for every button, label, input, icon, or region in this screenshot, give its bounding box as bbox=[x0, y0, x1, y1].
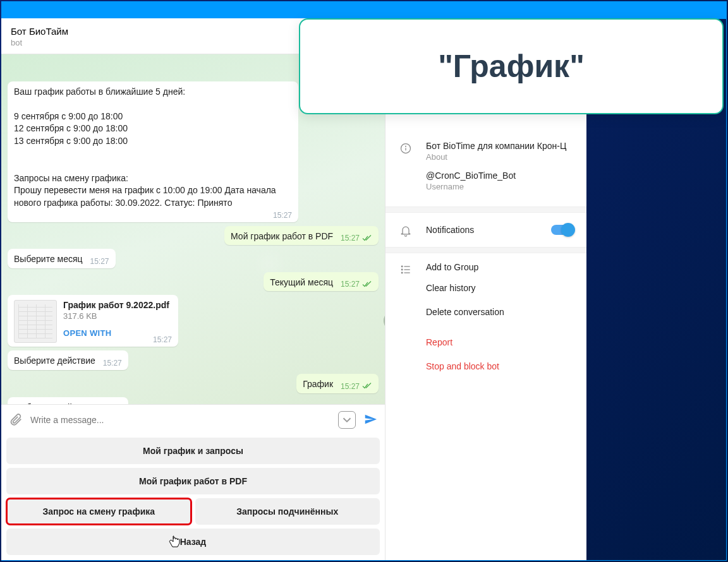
kb-subordinate-requests[interactable]: Запросы подчинённых bbox=[195, 498, 380, 525]
message-in: Выберите действие 15:27 bbox=[8, 350, 379, 370]
svg-point-2 bbox=[406, 146, 406, 146]
message-text: Выберите действие bbox=[14, 402, 95, 405]
message-time: 15:27 bbox=[103, 359, 122, 368]
svg-point-7 bbox=[401, 272, 403, 273]
message-out: График 15:27 bbox=[8, 374, 379, 393]
kb-schedule-pdf[interactable]: Мой график работ в PDF bbox=[6, 468, 380, 494]
read-checks-icon bbox=[362, 235, 372, 242]
svg-point-5 bbox=[401, 269, 403, 270]
delete-conversation[interactable]: Delete conversation bbox=[385, 300, 586, 324]
message-time: 15:27 bbox=[90, 257, 109, 266]
svg-point-3 bbox=[401, 266, 403, 267]
info-username[interactable]: @CronC_BioTime_Bot bbox=[426, 170, 574, 181]
info-username-label: Username bbox=[426, 182, 574, 191]
message-time: 15:27 bbox=[341, 382, 360, 391]
read-checks-icon bbox=[362, 383, 372, 390]
bell-icon bbox=[398, 223, 413, 237]
report[interactable]: Report bbox=[385, 330, 586, 354]
forward-button[interactable] bbox=[384, 310, 385, 332]
input-bar bbox=[1, 404, 385, 435]
info-icon bbox=[398, 141, 413, 155]
message-time: 15:27 bbox=[273, 211, 292, 220]
message-out: Мой график работ в PDF 15:27 bbox=[8, 226, 379, 246]
message-time: 15:27 bbox=[341, 280, 360, 289]
notifications-label: Notifications bbox=[426, 225, 538, 235]
message-text: Текущий месяц bbox=[270, 277, 333, 287]
message-out: Текущий месяц 15:27 bbox=[8, 272, 379, 292]
message-text: Выберите месяц bbox=[14, 254, 83, 264]
stop-block-bot[interactable]: Stop and block bot bbox=[385, 354, 586, 378]
file-size: 317.6 KB bbox=[63, 311, 172, 321]
message-text: Мой график работ в PDF bbox=[231, 231, 333, 241]
read-checks-icon bbox=[362, 281, 372, 288]
message-input[interactable] bbox=[30, 415, 331, 425]
message-text: График bbox=[303, 379, 333, 389]
message-text: Выберите действие bbox=[14, 356, 95, 366]
kb-back[interactable]: Назад bbox=[6, 529, 380, 555]
send-icon[interactable] bbox=[363, 412, 377, 428]
message-in: Выберите действие 15:27 bbox=[8, 397, 379, 405]
kb-my-schedule-requests[interactable]: Мой график и запросы bbox=[6, 438, 380, 464]
file-thumbnail[interactable] bbox=[14, 300, 57, 343]
window-title-bar bbox=[2, 2, 726, 19]
divider bbox=[385, 206, 586, 213]
message-time: 15:27 bbox=[341, 234, 360, 242]
attach-icon[interactable] bbox=[9, 412, 23, 428]
message-file: График работ 9.2022.pdf 317.6 KB OPEN WI… bbox=[8, 295, 379, 347]
message-time: 15:27 bbox=[153, 335, 172, 344]
menu-icon bbox=[398, 262, 413, 276]
message-text: Ваш график работы в ближайшие 5 дней: 9 … bbox=[14, 86, 292, 210]
notifications-toggle[interactable] bbox=[551, 225, 574, 235]
info-about-text: Бот BioTime для компании Крон-Ц bbox=[426, 141, 574, 151]
bot-keyboard: Мой график и запросы Мой график работ в … bbox=[1, 435, 385, 560]
callout-overlay: "График" bbox=[299, 18, 724, 114]
message-in: Выберите месяц 15:27 bbox=[8, 249, 379, 268]
clear-history[interactable]: Clear history bbox=[385, 276, 586, 300]
info-about-label: About bbox=[426, 152, 574, 162]
callout-text: "График" bbox=[438, 48, 585, 85]
kb-request-schedule-change[interactable]: Запрос на смену графика bbox=[6, 498, 191, 525]
file-name: График работ 9.2022.pdf bbox=[63, 300, 172, 310]
add-to-group[interactable]: Add to Group bbox=[426, 262, 478, 272]
divider bbox=[385, 247, 586, 253]
bot-commands-icon[interactable] bbox=[338, 411, 356, 429]
